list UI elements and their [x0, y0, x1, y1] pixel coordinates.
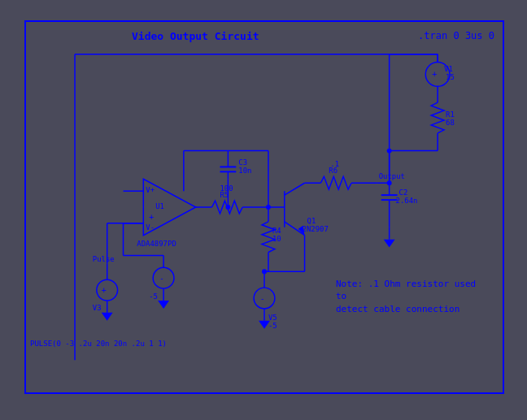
svg-text:+: + [432, 70, 437, 79]
svg-text:-5: -5 [268, 322, 277, 330]
svg-point-88 [97, 279, 118, 301]
svg-text:V3: V3 [93, 304, 102, 312]
svg-text:U1: U1 [155, 202, 164, 210]
svg-point-32 [225, 205, 230, 210]
svg-text:2N2907: 2N2907 [303, 225, 329, 233]
svg-text:-: - [260, 295, 264, 303]
svg-text:.1: .1 [330, 160, 339, 168]
svg-marker-91 [102, 313, 113, 321]
svg-text:V1: V1 [444, 65, 453, 73]
svg-point-66 [387, 149, 392, 154]
svg-text:+: + [102, 286, 107, 295]
svg-text:V5: V5 [268, 314, 277, 322]
svg-text:-5: -5 [149, 292, 158, 301]
svg-line-9 [285, 183, 305, 195]
svg-text:ADA4897: ADA4897 [137, 240, 168, 248]
svg-text:15: 15 [446, 73, 455, 81]
schematic-area: Video Output Circuit .tran 0 3us 0 Note:… [24, 20, 504, 394]
svg-text:R1: R1 [446, 110, 455, 119]
svg-text:Pulse: Pulse [93, 255, 115, 263]
svg-marker-71 [158, 301, 169, 309]
svg-text:+: + [149, 213, 154, 222]
svg-text:Output: Output [379, 172, 405, 180]
svg-text:V+: V+ [146, 186, 155, 194]
svg-point-35 [266, 205, 271, 210]
canvas: Video Output Circuit .tran 0 3us 0 Note:… [0, 0, 527, 420]
schematic-svg: V+ V- U1 ADA4897 + PD Q1 2N2907 [26, 22, 503, 392]
svg-text:2.64n: 2.64n [396, 197, 418, 205]
svg-text:Q1: Q1 [307, 217, 316, 225]
svg-text:10n: 10n [238, 167, 251, 175]
svg-text:100: 100 [220, 184, 233, 193]
svg-text:R4: R4 [272, 227, 281, 235]
svg-text:V-: V- [146, 223, 155, 232]
svg-text:C3: C3 [238, 158, 247, 167]
svg-marker-46 [384, 240, 395, 248]
svg-text:10: 10 [272, 235, 281, 243]
svg-point-86 [262, 269, 267, 274]
svg-text:PD: PD [168, 240, 176, 248]
svg-text:-: - [159, 275, 163, 283]
svg-text:C2: C2 [399, 188, 408, 197]
svg-text:68: 68 [446, 119, 455, 127]
